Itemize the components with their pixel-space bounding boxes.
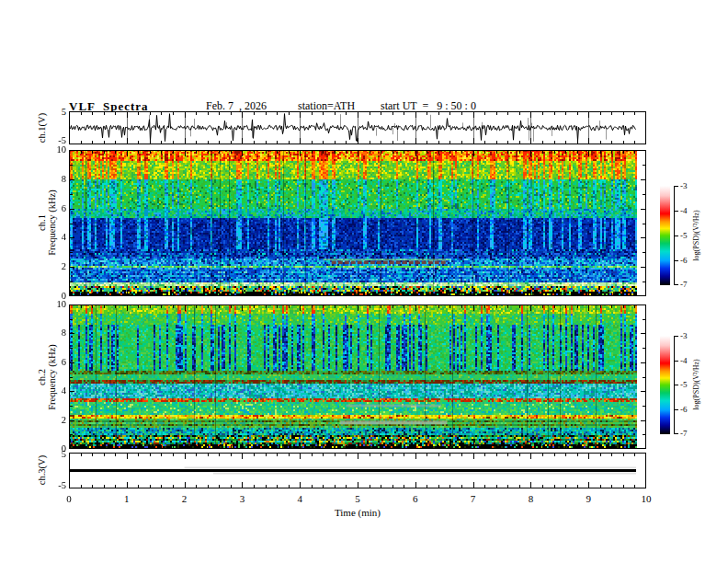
colorbar-tick <box>674 336 678 337</box>
x-tick-label: 3 <box>228 493 256 504</box>
y-axis-label-frequency-khz-2: Frequency (kHz) <box>47 344 57 409</box>
x-tick-label: 1 <box>113 493 141 504</box>
ch1-spectrogram-panel <box>69 150 646 296</box>
colorbar-tick <box>674 236 678 236</box>
y-axis-label-ch1-frequency: ch.1 Frequency (kHz) <box>37 190 57 255</box>
y-tick-label: 10 <box>48 299 66 310</box>
colorbar-tick-label: -4 <box>680 206 688 215</box>
colorbar-tick-label: -5 <box>680 231 688 240</box>
x-tick-label: 4 <box>286 493 313 504</box>
y-tick-label: 8 <box>48 174 66 185</box>
ch3-waveform-canvas <box>69 453 646 488</box>
colorbar-tick <box>674 186 678 187</box>
y-axis-label-frequency-khz-1: Frequency (kHz) <box>47 190 57 255</box>
colorbar-label: log(PSD)(V²/Hz) <box>692 210 700 260</box>
colorbar-gradient <box>660 336 670 434</box>
vlf-spectra-figure: VLF Spectra Feb. 7 , 2026 station=ATH st… <box>0 0 728 563</box>
x-tick-label: 2 <box>171 493 199 504</box>
colorbar-tick-label: -3 <box>680 331 688 340</box>
y-tick-label: 5 <box>48 107 66 118</box>
ch2-spectrogram-canvas <box>69 304 646 449</box>
colorbar-tick <box>674 433 678 434</box>
y-tick-label: 2 <box>48 415 66 426</box>
colorbar-tick-label: -7 <box>680 280 688 289</box>
colorbar-gradient <box>660 186 670 285</box>
x-tick-label: 5 <box>344 493 371 504</box>
y-tick-label: 8 <box>48 327 66 339</box>
colorbar-tick <box>674 284 678 285</box>
colorbar-tick-label: -4 <box>680 356 688 365</box>
x-tick-label: 7 <box>460 493 487 504</box>
x-axis-label: Time (min) <box>312 507 404 518</box>
ch1-waveform-canvas <box>69 111 646 144</box>
x-tick-label: 6 <box>402 493 429 504</box>
y-axis-label-ch1: ch.1 <box>37 190 47 255</box>
colorbar-tick-label: -7 <box>680 429 688 438</box>
x-tick-label: 10 <box>632 493 660 504</box>
y-tick-label: 6 <box>48 203 66 214</box>
y-tick-label: 4 <box>48 385 66 396</box>
x-tick-label: 8 <box>517 493 544 504</box>
y-axis-label-ch2: ch.2 <box>37 344 47 409</box>
colorbar-tick <box>674 361 678 362</box>
colorbar-tick <box>674 211 678 212</box>
y-axis-label-ch3v: ch.3(V) <box>37 455 47 485</box>
y-tick-label: 5 <box>48 449 66 460</box>
ch1-waveform-panel <box>69 111 646 144</box>
ch2-spectrogram-panel <box>69 304 646 449</box>
y-axis-label-ch2-frequency: ch.2 Frequency (kHz) <box>37 344 57 409</box>
colorbar-tick <box>674 409 678 410</box>
x-tick-label: 9 <box>574 493 602 504</box>
y-tick-label: 10 <box>48 144 66 155</box>
y-tick-label: 6 <box>48 357 66 368</box>
colorbar-label: log(PSD)(V²/Hz) <box>692 359 700 409</box>
ch3-waveform-panel <box>69 453 646 488</box>
colorbar-tick-label: -6 <box>680 256 688 265</box>
colorbar-tick <box>674 260 678 261</box>
y-tick-label: 4 <box>48 232 66 243</box>
x-tick-label: 0 <box>55 493 83 504</box>
y-axis-label-ch1v: ch.1(V) <box>37 113 47 143</box>
ch1-spectrogram-canvas <box>69 150 646 296</box>
colorbar-tick-label: -6 <box>680 405 688 414</box>
colorbar-tick-label: -3 <box>680 181 688 190</box>
y-tick-label: 2 <box>48 261 66 272</box>
colorbar-tick <box>674 385 678 385</box>
y-tick-label: -5 <box>48 480 66 491</box>
colorbar-tick-label: -5 <box>680 380 688 389</box>
